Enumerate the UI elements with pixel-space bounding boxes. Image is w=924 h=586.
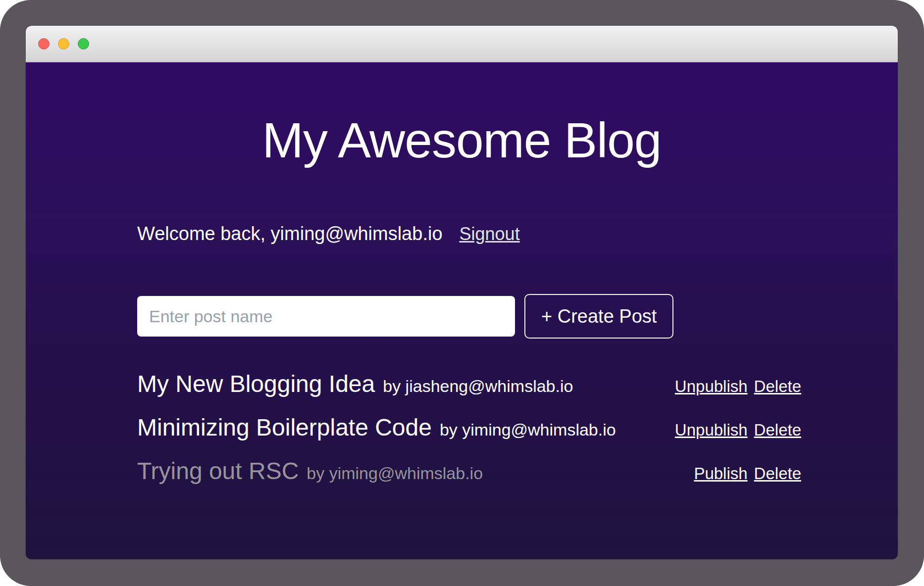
page-background: My Awesome Blog Welcome back, yiming@whi…: [26, 62, 898, 559]
post-title: My New Blogging Idea: [137, 370, 375, 397]
post-name-input[interactable]: [137, 296, 515, 337]
delete-link[interactable]: Delete: [754, 416, 801, 443]
post-author: by yiming@whimslab.io: [440, 416, 616, 443]
device-frame: My Awesome Blog Welcome back, yiming@whi…: [0, 0, 924, 586]
page-title: My Awesome Blog: [26, 62, 898, 169]
create-post-button[interactable]: + Create Post: [524, 294, 673, 339]
traffic-light-zoom-button[interactable]: [78, 38, 89, 49]
traffic-light-minimize-button[interactable]: [58, 38, 69, 49]
welcome-text: Welcome back, yiming@whimslab.io: [137, 223, 443, 244]
post-title: Trying out RSC: [137, 457, 299, 485]
user-bar: Welcome back, yiming@whimslab.io Signout: [137, 223, 801, 244]
window-titlebar: [26, 26, 898, 62]
post-title: Minimizing Boilerplate Code: [137, 414, 432, 441]
post-author: by yiming@whimslab.io: [307, 460, 483, 487]
post-actions: Unpublish Delete: [675, 373, 801, 400]
post-list: My New Blogging Idea by jiasheng@whimsla…: [137, 370, 801, 487]
post-actions: Unpublish Delete: [675, 416, 801, 443]
publish-link[interactable]: Publish: [694, 460, 747, 487]
post-row-draft: Trying out RSC by yiming@whimslab.io Pub…: [137, 457, 801, 487]
unpublish-link[interactable]: Unpublish: [675, 373, 748, 400]
post-row: Minimizing Boilerplate Code by yiming@wh…: [137, 414, 801, 443]
traffic-light-close-button[interactable]: [38, 38, 50, 49]
post-row: My New Blogging Idea by jiasheng@whimsla…: [137, 370, 801, 400]
unpublish-link[interactable]: Unpublish: [675, 416, 748, 443]
delete-link[interactable]: Delete: [754, 460, 801, 487]
create-post-form: + Create Post: [137, 294, 801, 339]
app-window: My Awesome Blog Welcome back, yiming@whi…: [26, 26, 898, 559]
main-container: Welcome back, yiming@whimslab.io Signout…: [137, 223, 801, 487]
post-author: by jiasheng@whimslab.io: [383, 373, 573, 400]
delete-link[interactable]: Delete: [754, 373, 801, 400]
post-actions: Publish Delete: [694, 460, 801, 487]
signout-link[interactable]: Signout: [460, 224, 520, 244]
